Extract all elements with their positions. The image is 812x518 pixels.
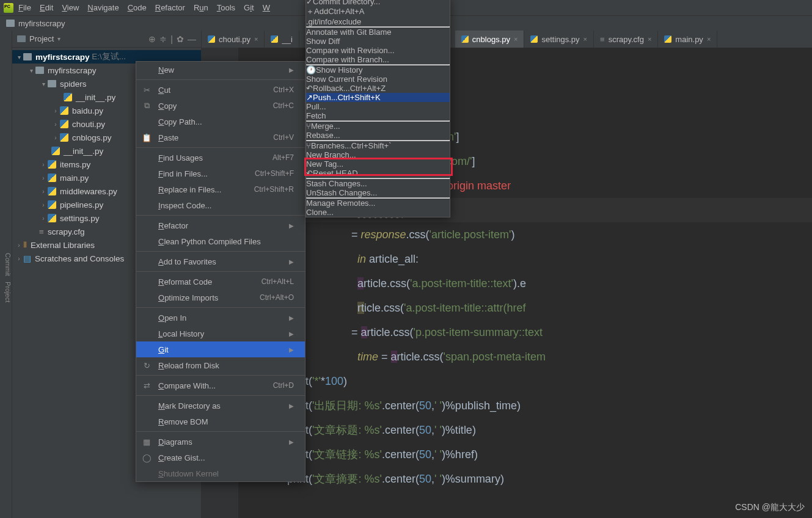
shortcut: Ctrl+Shift+R xyxy=(254,185,294,194)
menu-refactor[interactable]: Refactor xyxy=(155,3,185,12)
menu-label: Mark Directory as xyxy=(158,401,283,410)
menu-label: Local History xyxy=(158,329,283,338)
menu-run[interactable]: Run xyxy=(194,3,208,12)
menu-item[interactable]: New Branch... xyxy=(306,150,450,159)
python-icon xyxy=(530,35,538,43)
menu-item[interactable]: 🕐Show History xyxy=(306,65,450,75)
hide-icon[interactable]: — xyxy=(188,34,196,44)
menu-file[interactable]: File xyxy=(18,3,31,12)
menu-icon: 🕐 xyxy=(306,65,316,75)
menu-tools[interactable]: Tools xyxy=(217,3,235,12)
menu-icon: ⑂ xyxy=(306,141,311,150)
menu-item[interactable]: Find UsagesAlt+F7 xyxy=(136,150,305,166)
tab-trunc[interactable]: __i xyxy=(265,31,299,48)
sidebar-title[interactable]: Project xyxy=(29,34,54,43)
menu-item[interactable]: Git▶ xyxy=(136,341,305,357)
tab-scrapycfg[interactable]: ≡scrapy.cfg× xyxy=(594,31,658,48)
expand-icon[interactable]: ≑ xyxy=(159,34,167,44)
menu-item[interactable]: Refactor▶ xyxy=(136,217,305,233)
menu-item[interactable]: ▦Diagrams▶ xyxy=(136,434,305,450)
menu-label: Clone... xyxy=(306,208,334,217)
menu-view[interactable]: View xyxy=(62,3,79,12)
menu-item: Show Current Revision xyxy=(306,75,450,84)
tab-cnblogs[interactable]: cnblogs.py× xyxy=(455,31,525,48)
menu-item[interactable]: Fetch xyxy=(306,111,450,120)
menu-item[interactable]: New▶ xyxy=(136,62,305,78)
menu-item[interactable]: ⧉CopyCtrl+C xyxy=(136,98,305,114)
left-tool-strip[interactable]: Commit Project xyxy=(0,31,12,518)
shortcut: Ctrl+Shift+F xyxy=(255,169,294,178)
menu-item: Show Diff xyxy=(306,37,450,46)
menu-item[interactable]: Rebase... xyxy=(306,131,450,140)
menu-label: Copy Path... xyxy=(158,117,294,126)
locate-icon[interactable]: ⊕ xyxy=(148,34,156,44)
submenu-arrow: ▶ xyxy=(289,403,294,409)
menu-item[interactable]: Remove BOM xyxy=(136,414,305,429)
menu-icon: 📋 xyxy=(141,133,152,142)
app-logo xyxy=(4,3,13,13)
menu-item[interactable]: Compare with Revision... xyxy=(306,46,450,55)
menu-item[interactable]: Stash Changes... xyxy=(306,179,450,188)
submenu-arrow: ▶ xyxy=(289,222,294,229)
menu-label: Show Current Revision xyxy=(306,75,387,84)
menu-label: Add xyxy=(314,7,328,16)
close-icon[interactable]: × xyxy=(707,35,711,43)
menu-item[interactable]: ⑂Branches...Ctrl+Shift+` xyxy=(306,141,450,150)
menu-edit[interactable]: Edit xyxy=(40,3,53,12)
menu-label: Annotate with Git Blame xyxy=(306,27,391,37)
menu-w[interactable]: W xyxy=(263,3,270,12)
menu-item[interactable]: Replace in Files...Ctrl+Shift+R xyxy=(136,181,305,197)
menu-label: Rollback... xyxy=(313,84,350,93)
close-icon[interactable]: × xyxy=(514,35,518,43)
menu-item[interactable]: ◯Create Gist... xyxy=(136,450,305,465)
shortcut: Alt+F7 xyxy=(272,153,294,162)
menu-item-push[interactable]: ↗Push...Ctrl+Shift+K xyxy=(306,93,450,102)
menu-icon: ↻ xyxy=(141,361,152,370)
tab-settings[interactable]: settings.py× xyxy=(524,31,594,48)
menu-label: Rebase... xyxy=(306,131,340,140)
menu-git[interactable]: Git xyxy=(244,3,254,12)
menu-item[interactable]: Clone... xyxy=(306,208,450,217)
menu-label: Create Gist... xyxy=(158,453,294,462)
menu-item: Shutdown Kernel xyxy=(136,465,305,481)
menu-item[interactable]: Mark Directory as▶ xyxy=(136,398,305,414)
menu-item[interactable]: ↻Reload from Disk xyxy=(136,357,305,373)
menu-navigate[interactable]: Navigate xyxy=(87,3,119,12)
menu-item[interactable]: ⇄Compare With...Ctrl+D xyxy=(136,378,305,393)
close-icon[interactable]: × xyxy=(648,35,651,43)
menu-code[interactable]: Code xyxy=(128,3,147,12)
menu-item[interactable]: Manage Remotes... xyxy=(306,199,450,208)
menu-item[interactable]: ✂CutCtrl+X xyxy=(136,82,305,98)
menu-item[interactable]: ⑂Merge... xyxy=(306,122,450,131)
menu-item[interactable]: Open In▶ xyxy=(136,310,305,326)
menu-item[interactable]: Find in Files...Ctrl+Shift+F xyxy=(136,166,305,181)
menu-item[interactable]: ＋AddCtrl+Alt+A xyxy=(306,6,450,17)
menu-item[interactable]: Compare with Branch... xyxy=(306,55,450,64)
close-icon[interactable]: × xyxy=(254,35,258,43)
menu-item[interactable]: Pull... xyxy=(306,102,450,111)
tab-chouti[interactable]: chouti.py× xyxy=(202,31,265,48)
context-menu-git: ✓Commit Directory...＋AddCtrl+Alt+A.git/i… xyxy=(305,0,450,217)
menu-item[interactable]: ↶Reset HEAD... xyxy=(306,169,450,178)
menu-icon: ✓ xyxy=(306,0,313,6)
menu-item[interactable]: .git/info/exclude xyxy=(306,17,450,26)
menu-item[interactable]: Optimize ImportsCtrl+Alt+O xyxy=(136,290,305,305)
close-icon[interactable]: × xyxy=(583,35,587,43)
submenu-arrow: ▶ xyxy=(289,330,294,337)
menu-item[interactable]: Clean Python Compiled Files xyxy=(136,233,305,249)
menu-item[interactable]: ✓Commit Directory... xyxy=(306,0,450,6)
python-icon xyxy=(208,35,215,43)
menu-item[interactable]: Local History▶ xyxy=(136,326,305,341)
menu-item[interactable]: Reformat CodeCtrl+Alt+L xyxy=(136,274,305,290)
menu-item[interactable]: Add to Favorites▶ xyxy=(136,254,305,269)
tab-main[interactable]: main.py× xyxy=(658,31,717,48)
menu-item[interactable]: Copy Path... xyxy=(136,114,305,130)
menu-item[interactable]: 📋PasteCtrl+V xyxy=(136,130,305,145)
settings-icon[interactable]: ✿ xyxy=(177,34,184,44)
divider-icon: | xyxy=(170,34,173,44)
submenu-arrow: ▶ xyxy=(289,346,294,353)
menu-item[interactable]: UnStash Changes... xyxy=(306,188,450,197)
menu-label: Merge... xyxy=(311,122,340,131)
menu-item[interactable]: New Tag... xyxy=(306,159,450,169)
menu-item[interactable]: Inspect Code... xyxy=(136,197,305,213)
